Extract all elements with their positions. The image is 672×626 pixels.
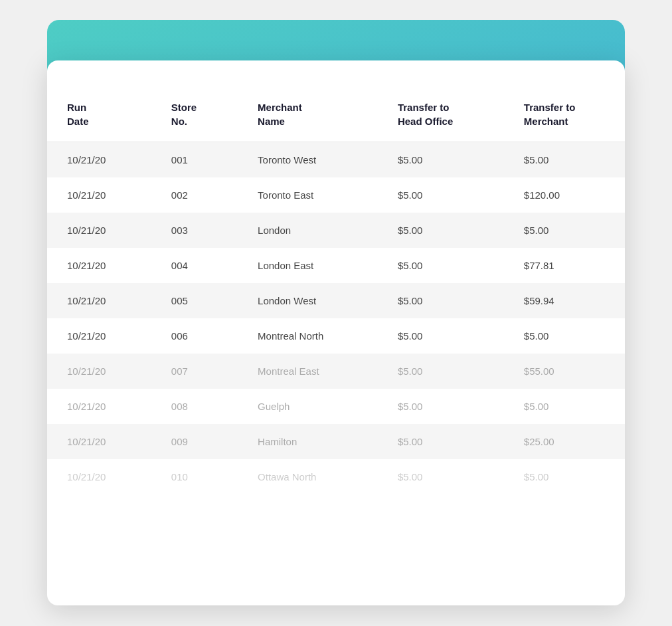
cell-transfer-head-office: $5.00	[378, 248, 504, 283]
cell-store-no: 002	[151, 177, 238, 213]
cell-transfer-head-office: $5.00	[378, 424, 504, 459]
cell-store-no: 005	[151, 283, 238, 318]
cell-run-date: 10/21/20	[47, 283, 151, 318]
table-row: 10/21/20006Montreal North$5.00$5.00	[47, 318, 625, 354]
col-transfer-head-office: Transfer toHead Office	[378, 87, 504, 142]
cell-merchant-name: London	[238, 213, 378, 248]
table-row: 10/21/20008Guelph$5.00$5.00	[47, 389, 625, 424]
cell-store-no: 004	[151, 248, 238, 283]
table-row: 10/21/20010Ottawa North$5.00$5.00	[47, 459, 625, 494]
cell-store-no: 007	[151, 354, 238, 389]
cell-transfer-merchant: $55.00	[504, 354, 625, 389]
cell-transfer-head-office: $5.00	[378, 354, 504, 389]
col-run-date: RunDate	[47, 87, 151, 142]
cell-merchant-name: Toronto East	[238, 177, 378, 213]
cell-merchant-name: Guelph	[238, 389, 378, 424]
cell-transfer-merchant: $5.00	[504, 213, 625, 248]
data-table: RunDate StoreNo. MerchantName Transfer t…	[47, 87, 625, 494]
cell-run-date: 10/21/20	[47, 142, 151, 177]
cell-transfer-merchant: $5.00	[504, 389, 625, 424]
cell-run-date: 10/21/20	[47, 459, 151, 494]
col-store-no: StoreNo.	[151, 87, 238, 142]
table-row: 10/21/20007Montreal East$5.00$55.00	[47, 354, 625, 389]
table-row: 10/21/20009Hamilton$5.00$25.00	[47, 424, 625, 459]
cell-merchant-name: Montreal North	[238, 318, 378, 354]
cell-transfer-head-office: $5.00	[378, 177, 504, 213]
col-transfer-merchant: Transfer toMerchant	[504, 87, 625, 142]
cell-store-no: 008	[151, 389, 238, 424]
table-row: 10/21/20003London$5.00$5.00	[47, 213, 625, 248]
cell-store-no: 001	[151, 142, 238, 177]
cell-run-date: 10/21/20	[47, 318, 151, 354]
cell-transfer-head-office: $5.00	[378, 389, 504, 424]
cell-store-no: 006	[151, 318, 238, 354]
cell-run-date: 10/21/20	[47, 389, 151, 424]
cell-transfer-head-office: $5.00	[378, 142, 504, 177]
cell-transfer-head-office: $5.00	[378, 283, 504, 318]
cell-transfer-head-office: $5.00	[378, 318, 504, 354]
cell-transfer-merchant: $120.00	[504, 177, 625, 213]
cell-transfer-merchant: $5.00	[504, 318, 625, 354]
cell-store-no: 003	[151, 213, 238, 248]
cell-transfer-merchant: $5.00	[504, 459, 625, 494]
col-merchant-name: MerchantName	[238, 87, 378, 142]
cell-store-no: 009	[151, 424, 238, 459]
cell-transfer-merchant: $25.00	[504, 424, 625, 459]
cell-transfer-head-office: $5.00	[378, 459, 504, 494]
cell-run-date: 10/21/20	[47, 248, 151, 283]
table-row: 10/21/20002Toronto East$5.00$120.00	[47, 177, 625, 213]
cell-transfer-merchant: $59.94	[504, 283, 625, 318]
cell-merchant-name: Hamilton	[238, 424, 378, 459]
cell-merchant-name: Ottawa North	[238, 459, 378, 494]
cell-run-date: 10/21/20	[47, 177, 151, 213]
cell-transfer-merchant: $77.81	[504, 248, 625, 283]
cell-merchant-name: Montreal East	[238, 354, 378, 389]
cell-store-no: 010	[151, 459, 238, 494]
cell-run-date: 10/21/20	[47, 213, 151, 248]
cell-run-date: 10/21/20	[47, 424, 151, 459]
table-row: 10/21/20005London West$5.00$59.94	[47, 283, 625, 318]
table-header-row: RunDate StoreNo. MerchantName Transfer t…	[47, 87, 625, 142]
main-card: RunDate StoreNo. MerchantName Transfer t…	[47, 60, 625, 605]
cell-transfer-merchant: $5.00	[504, 142, 625, 177]
cell-merchant-name: Toronto West	[238, 142, 378, 177]
cell-merchant-name: London East	[238, 248, 378, 283]
cell-run-date: 10/21/20	[47, 354, 151, 389]
table-row: 10/21/20004London East$5.00$77.81	[47, 248, 625, 283]
cell-transfer-head-office: $5.00	[378, 213, 504, 248]
cell-merchant-name: London West	[238, 283, 378, 318]
table-row: 10/21/20001Toronto West$5.00$5.00	[47, 142, 625, 177]
